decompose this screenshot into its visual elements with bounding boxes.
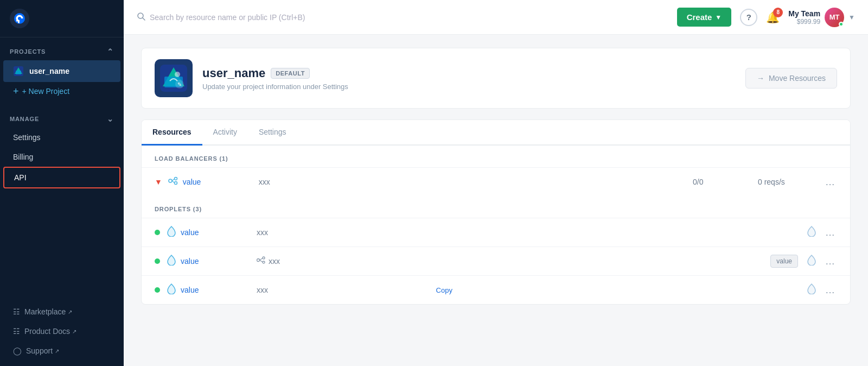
plus-icon: + [13, 86, 19, 96]
svg-point-11 [175, 72, 180, 77]
droplet-icon-right-3 [807, 283, 816, 296]
product-docs-label: Product Docs [24, 327, 70, 336]
svg-point-20 [263, 257, 265, 259]
svg-line-18 [172, 181, 175, 183]
notification-badge: 8 [773, 8, 783, 17]
sidebar: PROJECTS ⌃ user_name + + New Project MAN… [0, 0, 124, 366]
project-title-row: user_name DEFAULT [202, 66, 745, 80]
droplet-1-menu-button[interactable]: … [823, 227, 837, 238]
sidebar-item-api[interactable]: API [3, 167, 120, 188]
avatar-initials: MT [829, 13, 840, 21]
topbar: Search by resource name or public IP (Ct… [124, 0, 868, 35]
status-active-icon-2 [155, 258, 160, 264]
droplet-2-menu-button[interactable]: … [823, 256, 837, 267]
droplet-3-menu-button[interactable]: … [823, 285, 837, 296]
marketplace-label: Marketplace [24, 307, 66, 316]
chevron-down-icon: ▼ [848, 14, 855, 21]
droplet-2-badge: value [770, 255, 798, 268]
notification-button[interactable]: 🔔 8 [766, 11, 780, 24]
tabs-and-resources: Resources Activity Settings LOAD BALANCE… [141, 119, 851, 305]
api-label: API [14, 173, 27, 182]
lb-name[interactable]: value [183, 178, 259, 186]
svg-line-7 [143, 18, 145, 20]
logo-icon [10, 9, 29, 28]
search-placeholder: Search by resource name or public IP (Ct… [150, 13, 305, 22]
connect-icon [257, 256, 265, 266]
default-badge: DEFAULT [271, 68, 310, 79]
docs-icon: ☷ [13, 327, 20, 336]
svg-point-21 [263, 261, 265, 263]
tab-activity-label: Activity [213, 128, 237, 136]
droplet-1-col1: xxx [257, 228, 440, 237]
move-resources-button[interactable]: → Move Resources [745, 68, 837, 89]
avatar: MT [825, 8, 844, 27]
lb-col2: 0/0 [693, 178, 758, 186]
search-icon [137, 12, 145, 22]
sidebar-item-product-docs[interactable]: ☷ Product Docs ↗ [3, 321, 120, 341]
droplet-icon [167, 226, 176, 239]
svg-line-23 [260, 260, 263, 262]
tab-resources-label: Resources [152, 128, 192, 136]
team-balance: $999.99 [788, 18, 820, 26]
help-button[interactable]: ? [740, 9, 757, 26]
droplet-2-name[interactable]: value [181, 257, 257, 266]
project-subtitle: Update your project information under Se… [202, 83, 745, 91]
copy-button[interactable]: Copy [436, 286, 452, 294]
droplet-icon-2 [167, 255, 176, 268]
table-row: ▼ value xxx 0/0 0 reqs/s … [142, 167, 850, 196]
droplet-icon-3 [167, 283, 176, 296]
svg-point-16 [174, 182, 177, 185]
sidebar-item-marketplace[interactable]: ☷ Marketplace ↗ [3, 302, 120, 321]
team-selector[interactable]: My Team $999.99 MT ▼ [788, 8, 855, 27]
sidebar-item-project[interactable]: user_name [3, 60, 120, 82]
online-indicator [839, 22, 844, 27]
team-name: My Team [788, 9, 820, 18]
manage-section-header: MANAGE ⌄ [0, 105, 124, 128]
tab-activity[interactable]: Activity [202, 120, 248, 146]
settings-label: Settings [13, 133, 41, 142]
new-project-label: + New Project [22, 87, 70, 96]
main-content: Search by resource name or public IP (Ct… [124, 0, 868, 366]
status-active-icon-3 [155, 287, 160, 293]
arrow-right-icon: → [757, 74, 764, 83]
droplet-1-name[interactable]: value [181, 228, 257, 237]
project-color-icon [13, 66, 24, 77]
question-mark-icon: ? [746, 12, 751, 22]
sidebar-item-support[interactable]: ◯ Support ↗ [3, 341, 120, 361]
search-bar[interactable]: Search by resource name or public IP (Ct… [137, 12, 462, 22]
status-down-icon: ▼ [155, 178, 162, 186]
droplet-3-col1: xxx [257, 286, 434, 294]
tabs-container: Resources Activity Settings [142, 120, 850, 146]
external-link-icon-2: ↗ [72, 329, 76, 335]
lb-menu-button[interactable]: … [823, 176, 837, 188]
load-balancer-icon [168, 175, 178, 188]
move-resources-label: Move Resources [769, 74, 826, 83]
status-active-icon [155, 230, 160, 235]
sidebar-logo [0, 0, 124, 37]
load-balancers-header: LOAD BALANCERS (1) [142, 146, 850, 167]
droplet-icon-right-2 [807, 255, 816, 268]
project-title-area: user_name DEFAULT Update your project in… [202, 66, 745, 91]
topbar-right: Create ▼ ? 🔔 8 My Team $999.99 MT ▼ [677, 8, 855, 27]
svg-text:✎: ✎ [177, 81, 182, 87]
svg-point-15 [174, 178, 177, 180]
billing-label: Billing [13, 153, 33, 161]
droplet-3-name[interactable]: value [181, 286, 257, 294]
tab-resources[interactable]: Resources [142, 120, 202, 146]
table-row: value xxx value [142, 247, 850, 275]
chevron-down-icon: ▼ [715, 14, 722, 21]
lb-col3: 0 reqs/s [758, 178, 823, 186]
sidebar-item-billing[interactable]: Billing [3, 147, 120, 167]
project-logo: ✎ [155, 59, 193, 97]
project-title: user_name [202, 66, 265, 80]
lb-col1: xxx [259, 178, 693, 186]
sidebar-item-settings[interactable]: Settings [3, 128, 120, 147]
new-project-button[interactable]: + + New Project [3, 82, 120, 100]
table-row: value xxx Copy … [142, 275, 850, 304]
grid-icon: ☷ [13, 307, 20, 316]
tab-settings[interactable]: Settings [248, 120, 297, 146]
droplets-header: DROPLETS (3) [142, 196, 850, 218]
projects-section-header: PROJECTS ⌃ [0, 37, 124, 60]
svg-line-17 [172, 179, 175, 181]
create-button[interactable]: Create ▼ [677, 8, 732, 27]
